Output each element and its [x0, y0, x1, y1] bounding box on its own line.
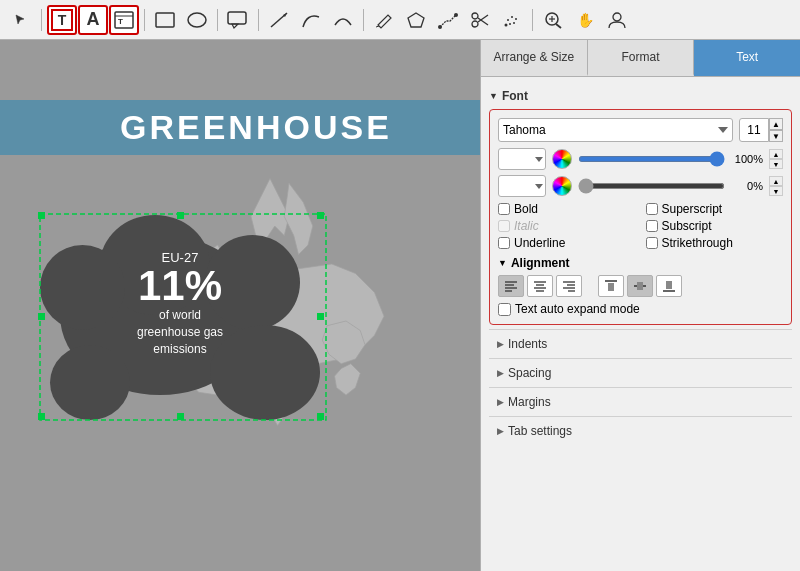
- italic-label: Italic: [514, 219, 539, 233]
- underline-item: Underline: [498, 236, 636, 250]
- checkbox-grid: Bold Superscript Italic Subscript: [498, 202, 783, 250]
- zoom-btn[interactable]: [538, 5, 568, 35]
- cloud-text: EU-27 11% of worldgreenhouse gasemission…: [90, 250, 270, 357]
- tab-format[interactable]: Format: [588, 40, 695, 76]
- svg-point-21: [505, 23, 508, 26]
- tab-arrange-size[interactable]: Arrange & Size: [481, 40, 588, 76]
- polygon-btn[interactable]: [401, 5, 431, 35]
- opacity-up-2[interactable]: ▲: [769, 176, 783, 186]
- strikethrough-item: Strikethrough: [646, 236, 784, 250]
- curve-btn[interactable]: [296, 5, 326, 35]
- opacity-up-1[interactable]: ▲: [769, 149, 783, 159]
- style-select-2[interactable]: [498, 175, 546, 197]
- style-row-1: 100% ▲ ▼: [498, 148, 783, 170]
- margins-label: Margins: [508, 395, 551, 409]
- style-select-1[interactable]: [498, 148, 546, 170]
- insert-text-btn[interactable]: A: [78, 5, 108, 35]
- font-triangle-icon: ▼: [489, 91, 498, 101]
- align-right-btn[interactable]: [556, 275, 582, 297]
- cloud-description: of worldgreenhouse gasemissions: [90, 307, 270, 357]
- spacing-row[interactable]: ▶ Spacing: [489, 358, 792, 387]
- callout-btn[interactable]: [223, 5, 253, 35]
- font-size-spinners: ▲ ▼: [769, 118, 783, 142]
- font-size-wrap: ▲ ▼: [739, 118, 783, 142]
- align-center-btn[interactable]: [527, 275, 553, 297]
- rect-btn[interactable]: [150, 5, 180, 35]
- scissors-btn[interactable]: [465, 5, 495, 35]
- valign-middle-btn[interactable]: [627, 275, 653, 297]
- spray-btn[interactable]: [497, 5, 527, 35]
- svg-line-8: [376, 26, 379, 27]
- toolbar-sep-5: [363, 9, 364, 31]
- toolbar-sep-2: [144, 9, 145, 31]
- auto-expand-row: Text auto expand mode: [498, 302, 783, 316]
- strikethrough-checkbox[interactable]: [646, 237, 658, 249]
- svg-point-27: [613, 13, 621, 21]
- indents-row[interactable]: ▶ Indents: [489, 329, 792, 358]
- superscript-item: Superscript: [646, 202, 784, 216]
- text-frame-btn[interactable]: T: [109, 5, 139, 35]
- svg-point-18: [515, 18, 517, 20]
- margins-row[interactable]: ▶ Margins: [489, 387, 792, 416]
- toolbar-sep-3: [217, 9, 218, 31]
- spacing-label: Spacing: [508, 366, 551, 380]
- opacity-spinner-1: ▲ ▼: [769, 149, 783, 169]
- auto-expand-checkbox[interactable]: [498, 303, 511, 316]
- valign-top-btn[interactable]: [598, 275, 624, 297]
- banner-text: GREENHOUSE: [120, 108, 392, 147]
- tab-settings-arrow-icon: ▶: [497, 426, 504, 436]
- line-btn[interactable]: [264, 5, 294, 35]
- slide-banner: GREENHOUSE: [0, 100, 480, 155]
- arc-btn[interactable]: [328, 5, 358, 35]
- font-size-up-btn[interactable]: ▲: [769, 118, 783, 130]
- alignment-section: ▼ Alignment: [498, 256, 783, 316]
- bold-label: Bold: [514, 202, 538, 216]
- toolbar-sep-4: [258, 9, 259, 31]
- opacity-slider-2[interactable]: [578, 183, 725, 189]
- italic-item: Italic: [498, 219, 636, 233]
- canvas[interactable]: GREENHOUSE: [0, 40, 480, 571]
- font-size-input[interactable]: [739, 118, 769, 142]
- svg-point-16: [507, 19, 509, 21]
- svg-point-17: [511, 16, 513, 18]
- pan-btn[interactable]: ✋: [570, 5, 600, 35]
- superscript-checkbox[interactable]: [646, 203, 658, 215]
- svg-rect-52: [637, 282, 643, 290]
- valign-bottom-btn[interactable]: [656, 275, 682, 297]
- select-tool-btn[interactable]: [6, 5, 36, 35]
- tab-text[interactable]: Text: [694, 40, 800, 76]
- bold-item: Bold: [498, 202, 636, 216]
- font-size-down-btn[interactable]: ▼: [769, 130, 783, 142]
- font-section-box: Tahoma Arial Helvetica ▲ ▼: [489, 109, 792, 325]
- indents-label: Indents: [508, 337, 547, 351]
- align-left-btn[interactable]: [498, 275, 524, 297]
- color-wheel-2[interactable]: [552, 176, 572, 196]
- color-wheel-1[interactable]: [552, 149, 572, 169]
- font-section-header[interactable]: ▼ Font: [489, 85, 792, 107]
- svg-point-20: [513, 22, 515, 24]
- italic-checkbox[interactable]: [498, 220, 510, 232]
- subscript-checkbox[interactable]: [646, 220, 658, 232]
- pencil-btn[interactable]: [369, 5, 399, 35]
- text-box-btn[interactable]: T: [47, 5, 77, 35]
- opacity-down-2[interactable]: ▼: [769, 186, 783, 196]
- svg-rect-3: [156, 13, 174, 27]
- svg-rect-5: [228, 12, 246, 24]
- opacity-down-1[interactable]: ▼: [769, 159, 783, 169]
- opacity-spinner-2: ▲ ▼: [769, 176, 783, 196]
- font-name-select[interactable]: Tahoma Arial Helvetica: [498, 118, 733, 142]
- alignment-text: Alignment: [511, 256, 570, 270]
- right-panel: Arrange & Size Format Text ▼ Font Tahoma…: [480, 40, 800, 571]
- tab-settings-row[interactable]: ▶ Tab settings: [489, 416, 792, 445]
- user-btn[interactable]: [602, 5, 632, 35]
- alignment-label: ▼ Alignment: [498, 256, 783, 270]
- svg-text:✋: ✋: [577, 12, 595, 29]
- bold-checkbox[interactable]: [498, 203, 510, 215]
- ellipse-btn[interactable]: [182, 5, 212, 35]
- svg-marker-9: [408, 13, 424, 27]
- underline-checkbox[interactable]: [498, 237, 510, 249]
- subscript-item: Subscript: [646, 219, 784, 233]
- svg-line-23: [556, 24, 561, 28]
- opacity-slider-1[interactable]: [578, 156, 725, 162]
- connector-btn[interactable]: [433, 5, 463, 35]
